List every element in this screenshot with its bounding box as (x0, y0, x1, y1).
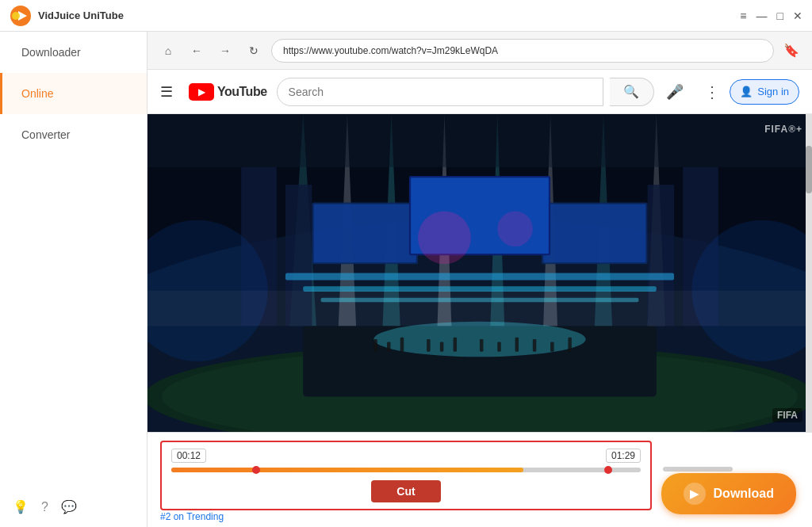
svg-rect-31 (387, 342, 390, 351)
extension-button[interactable]: 🔖 (780, 40, 802, 62)
sidebar-bottom: 💡 ? 💬 (0, 487, 147, 527)
download-label: Download (714, 487, 774, 501)
youtube-mic-button[interactable]: 🎤 (661, 78, 689, 106)
scrollbar-thumb[interactable] (806, 146, 812, 193)
minimize-icon[interactable]: — (756, 10, 768, 22)
refresh-button[interactable]: ↻ (243, 40, 265, 62)
svg-rect-37 (497, 342, 500, 351)
svg-point-45 (418, 212, 471, 265)
youtube-more-options-icon[interactable]: ⋮ (704, 82, 720, 101)
svg-point-46 (497, 212, 533, 247)
svg-rect-40 (550, 342, 553, 351)
trending-badge: #2 on Trending (160, 511, 224, 522)
svg-rect-38 (515, 338, 519, 352)
svg-rect-26 (285, 273, 674, 281)
content-area: ⌂ ← → ↻ 🔖 ☰ ▶ YouTube 🔍 🎤 ⋮ (147, 32, 812, 527)
download-button[interactable]: ▶ Download (661, 473, 796, 514)
full-progress-track[interactable] (663, 467, 733, 472)
home-button[interactable]: ⌂ (157, 40, 179, 62)
close-icon[interactable]: ✕ (793, 10, 802, 22)
sidebar-item-downloader[interactable]: Downloader (0, 32, 147, 73)
youtube-play-icon: ▶ (198, 86, 205, 97)
cut-right-handle[interactable] (604, 466, 612, 474)
svg-rect-47 (147, 291, 812, 327)
svg-rect-35 (454, 338, 457, 352)
cut-button[interactable]: Cut (371, 480, 440, 502)
youtube-logo: ▶ YouTube (189, 83, 267, 101)
youtube-search-input[interactable] (277, 78, 603, 106)
svg-rect-32 (400, 338, 404, 352)
timecodes-row: 00:12 01:29 (171, 449, 641, 463)
svg-rect-23 (543, 204, 645, 263)
svg-point-2 (12, 12, 20, 20)
youtube-signin-icon: 👤 (740, 86, 753, 97)
youtube-signin-label: Sign in (757, 86, 789, 97)
title-bar-left: VidJuice UniTube (10, 5, 124, 27)
back-button[interactable]: ← (186, 40, 208, 62)
download-icon: ▶ (684, 483, 706, 505)
svg-rect-36 (480, 339, 483, 352)
svg-point-29 (373, 322, 585, 357)
youtube-search-wrap: 🔍 🎤 (277, 78, 689, 106)
youtube-header: ☰ ▶ YouTube 🔍 🎤 ⋮ 👤 Sign in (147, 70, 812, 114)
title-bar: VidJuice UniTube ≡ — □ ✕ (0, 0, 812, 32)
app-title: VidJuice UniTube (38, 10, 124, 21)
forward-button[interactable]: → (214, 40, 236, 62)
sidebar: Downloader Online Converter 💡 ? 💬 (0, 32, 147, 527)
end-timecode[interactable]: 01:29 (606, 449, 641, 463)
svg-rect-34 (440, 342, 443, 351)
youtube-search-button[interactable]: 🔍 (610, 78, 654, 106)
cut-panel: 00:12 01:29 Cut (160, 441, 652, 510)
chat-icon[interactable]: 💬 (61, 499, 77, 514)
svg-rect-22 (314, 204, 416, 263)
cut-progress-fill (171, 468, 523, 472)
sidebar-item-online[interactable]: Online (0, 73, 147, 114)
cut-progress-track[interactable] (171, 468, 641, 472)
youtube-logo-icon: ▶ (189, 83, 214, 101)
title-bar-controls: ≡ — □ ✕ (740, 10, 802, 22)
app-logo-icon (10, 5, 32, 27)
start-timecode[interactable]: 00:12 (171, 449, 206, 463)
video-thumbnail (147, 114, 812, 432)
bottom-panel: 00:12 01:29 Cut ▶ (147, 432, 812, 527)
sidebar-item-converter[interactable]: Converter (0, 114, 147, 155)
cut-left-handle[interactable] (252, 466, 260, 474)
youtube-actions: ⋮ 👤 Sign in (704, 79, 799, 105)
svg-rect-30 (373, 339, 377, 352)
svg-rect-42 (147, 114, 812, 167)
svg-rect-33 (427, 339, 430, 352)
scrollbar[interactable] (806, 114, 812, 432)
fifa-corner-label: FIFA (772, 408, 802, 422)
cut-button-row: Cut (171, 480, 641, 502)
youtube-signin-button[interactable]: 👤 Sign in (730, 79, 799, 105)
hamburger-icon[interactable]: ☰ (160, 83, 173, 101)
svg-rect-39 (533, 339, 536, 352)
youtube-logo-text: YouTube (217, 85, 267, 99)
lightbulb-icon[interactable]: 💡 (13, 499, 29, 514)
video-container: FIFA®+ FIFA (147, 114, 812, 432)
url-bar[interactable] (271, 39, 774, 63)
browser-bar: ⌂ ← → ↻ 🔖 (147, 32, 812, 70)
menu-icon[interactable]: ≡ (740, 10, 746, 22)
help-icon[interactable]: ? (41, 500, 48, 514)
fifa-watermark: FIFA®+ (764, 124, 802, 135)
svg-rect-41 (568, 338, 571, 352)
maximize-icon[interactable]: □ (777, 10, 783, 22)
main-layout: Downloader Online Converter 💡 ? 💬 ⌂ ← → … (0, 32, 812, 527)
